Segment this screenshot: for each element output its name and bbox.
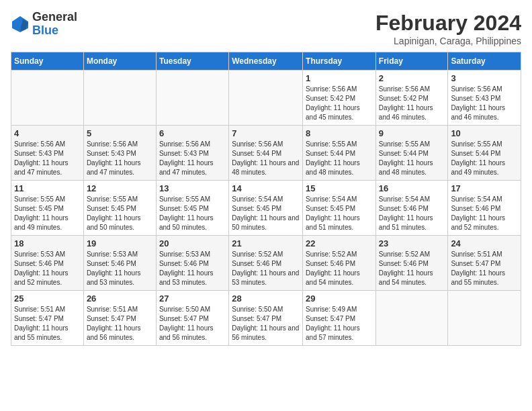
day-detail: Sunrise: 5:50 AMSunset: 5:47 PMDaylight:… [232,305,300,342]
day-detail: Sunrise: 5:54 AMSunset: 5:45 PMDaylight:… [306,195,373,232]
calendar-week-row: 25Sunrise: 5:51 AMSunset: 5:47 PMDayligh… [11,291,521,346]
day-detail: Sunrise: 5:53 AMSunset: 5:46 PMDaylight:… [87,250,153,287]
header-sunday: Sunday [11,52,84,71]
month-year-title: February 2024 [375,11,521,36]
day-number: 1 [306,73,373,83]
day-number: 16 [379,183,445,193]
header-tuesday: Tuesday [156,52,228,71]
day-number: 19 [87,238,153,248]
table-row [229,71,303,126]
day-number: 12 [87,183,153,193]
day-number: 8 [306,128,373,138]
table-row: 26Sunrise: 5:51 AMSunset: 5:47 PMDayligh… [83,291,156,346]
calendar-header-row: Sunday Monday Tuesday Wednesday Thursday… [11,52,521,71]
table-row [83,71,156,126]
table-row [156,71,228,126]
table-row: 1Sunrise: 5:56 AMSunset: 5:42 PMDaylight… [303,71,376,126]
logo-blue: Blue [32,24,58,37]
day-detail: Sunrise: 5:56 AMSunset: 5:43 PMDaylight:… [451,85,518,122]
day-detail: Sunrise: 5:56 AMSunset: 5:42 PMDaylight:… [379,85,445,122]
day-detail: Sunrise: 5:50 AMSunset: 5:47 PMDaylight:… [159,305,226,342]
calendar-table: Sunday Monday Tuesday Wednesday Thursday… [11,52,521,346]
table-row: 25Sunrise: 5:51 AMSunset: 5:47 PMDayligh… [11,291,84,346]
day-number: 28 [232,293,300,304]
table-row: 14Sunrise: 5:54 AMSunset: 5:45 PMDayligh… [229,181,303,236]
table-row: 6Sunrise: 5:56 AMSunset: 5:43 PMDaylight… [156,126,228,181]
header-wednesday: Wednesday [229,52,303,71]
header-monday: Monday [83,52,156,71]
day-detail: Sunrise: 5:54 AMSunset: 5:45 PMDaylight:… [232,195,300,232]
day-number: 23 [379,238,445,248]
day-number: 21 [232,238,300,248]
table-row: 15Sunrise: 5:54 AMSunset: 5:45 PMDayligh… [303,181,376,236]
calendar-week-row: 1Sunrise: 5:56 AMSunset: 5:42 PMDaylight… [11,71,521,126]
day-number: 9 [379,128,445,138]
table-row: 5Sunrise: 5:56 AMSunset: 5:43 PMDaylight… [83,126,156,181]
day-number: 13 [159,183,226,193]
day-number: 18 [14,238,81,248]
calendar-week-row: 4Sunrise: 5:56 AMSunset: 5:43 PMDaylight… [11,126,521,181]
table-row: 17Sunrise: 5:54 AMSunset: 5:46 PMDayligh… [448,181,521,236]
day-detail: Sunrise: 5:55 AMSunset: 5:45 PMDaylight:… [87,195,153,232]
table-row: 21Sunrise: 5:52 AMSunset: 5:46 PMDayligh… [229,236,303,291]
page-header: General Blue February 2024 Lapinigan, Ca… [11,11,521,46]
day-number: 10 [451,128,518,138]
day-detail: Sunrise: 5:56 AMSunset: 5:43 PMDaylight:… [159,140,226,177]
day-detail: Sunrise: 5:51 AMSunset: 5:47 PMDaylight:… [14,305,81,342]
calendar-week-row: 18Sunrise: 5:53 AMSunset: 5:46 PMDayligh… [11,236,521,291]
day-number: 22 [306,238,373,248]
table-row [11,71,84,126]
logo-text: General Blue [32,11,77,38]
day-detail: Sunrise: 5:49 AMSunset: 5:47 PMDaylight:… [306,305,373,342]
table-row: 7Sunrise: 5:56 AMSunset: 5:44 PMDaylight… [229,126,303,181]
logo-general: General [32,10,77,24]
location-subtitle: Lapinigan, Caraga, Philippines [375,36,521,46]
day-number: 4 [14,128,81,138]
day-number: 24 [451,238,518,248]
day-number: 14 [232,183,300,193]
table-row: 20Sunrise: 5:53 AMSunset: 5:46 PMDayligh… [156,236,228,291]
day-detail: Sunrise: 5:51 AMSunset: 5:47 PMDaylight:… [451,250,518,287]
day-detail: Sunrise: 5:54 AMSunset: 5:46 PMDaylight:… [379,195,445,232]
day-number: 17 [451,183,518,193]
table-row: 23Sunrise: 5:52 AMSunset: 5:46 PMDayligh… [375,236,448,291]
table-row: 16Sunrise: 5:54 AMSunset: 5:46 PMDayligh… [375,181,448,236]
table-row: 8Sunrise: 5:55 AMSunset: 5:44 PMDaylight… [303,126,376,181]
header-saturday: Saturday [448,52,521,71]
day-number: 7 [232,128,300,138]
day-detail: Sunrise: 5:55 AMSunset: 5:45 PMDaylight:… [14,195,81,232]
day-detail: Sunrise: 5:52 AMSunset: 5:46 PMDaylight:… [232,250,300,287]
day-detail: Sunrise: 5:55 AMSunset: 5:44 PMDaylight:… [379,140,445,177]
table-row: 9Sunrise: 5:55 AMSunset: 5:44 PMDaylight… [375,126,448,181]
day-detail: Sunrise: 5:55 AMSunset: 5:44 PMDaylight:… [451,140,518,177]
table-row: 13Sunrise: 5:55 AMSunset: 5:45 PMDayligh… [156,181,228,236]
table-row: 4Sunrise: 5:56 AMSunset: 5:43 PMDaylight… [11,126,84,181]
day-detail: Sunrise: 5:53 AMSunset: 5:46 PMDaylight:… [14,250,81,287]
day-number: 26 [87,293,153,304]
day-number: 29 [306,293,373,304]
table-row: 3Sunrise: 5:56 AMSunset: 5:43 PMDaylight… [448,71,521,126]
day-detail: Sunrise: 5:56 AMSunset: 5:44 PMDaylight:… [232,140,300,177]
table-row: 27Sunrise: 5:50 AMSunset: 5:47 PMDayligh… [156,291,228,346]
calendar-week-row: 11Sunrise: 5:55 AMSunset: 5:45 PMDayligh… [11,181,521,236]
logo: General Blue [11,11,77,38]
day-detail: Sunrise: 5:52 AMSunset: 5:46 PMDaylight:… [379,250,445,287]
day-detail: Sunrise: 5:56 AMSunset: 5:43 PMDaylight:… [14,140,81,177]
table-row: 24Sunrise: 5:51 AMSunset: 5:47 PMDayligh… [448,236,521,291]
day-number: 11 [14,183,81,193]
day-detail: Sunrise: 5:53 AMSunset: 5:46 PMDaylight:… [159,250,226,287]
day-number: 5 [87,128,153,138]
day-number: 3 [451,73,518,83]
day-number: 6 [159,128,226,138]
header-thursday: Thursday [303,52,376,71]
logo-icon [11,15,30,34]
day-number: 27 [159,293,226,304]
table-row: 22Sunrise: 5:52 AMSunset: 5:46 PMDayligh… [303,236,376,291]
day-number: 15 [306,183,373,193]
day-number: 20 [159,238,226,248]
table-row: 11Sunrise: 5:55 AMSunset: 5:45 PMDayligh… [11,181,84,236]
table-row: 12Sunrise: 5:55 AMSunset: 5:45 PMDayligh… [83,181,156,236]
table-row: 29Sunrise: 5:49 AMSunset: 5:47 PMDayligh… [303,291,376,346]
day-number: 25 [14,293,81,304]
table-row: 18Sunrise: 5:53 AMSunset: 5:46 PMDayligh… [11,236,84,291]
